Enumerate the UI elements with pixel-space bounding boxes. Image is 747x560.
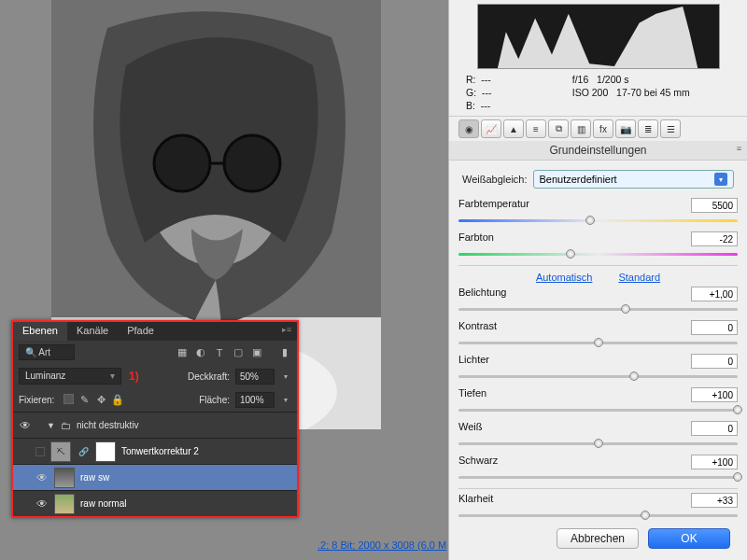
whites-label: Weiß — [458, 421, 482, 436]
fill-dropdown-icon[interactable]: ▾ — [280, 396, 291, 404]
shadows-slider[interactable] — [458, 404, 738, 415]
tab-channels[interactable]: Kanäle — [67, 322, 118, 341]
clarity-label: Klarheit — [458, 493, 493, 508]
camera-raw-panel: R: ---G: ---B: --- f/16 1/200 s ISO 200 … — [448, 0, 747, 560]
adjustment-thumb-icon: ⛏ — [50, 441, 71, 462]
svg-point-3 — [154, 135, 210, 191]
fill-label: Fläche: — [199, 395, 230, 405]
contrast-input[interactable] — [691, 320, 738, 335]
acr-tab-toolbar: ◉ 📈 ▲ ≡ ⧉ ▥ fx 📷 ≣ ☰ — [449, 117, 747, 141]
layer-name[interactable]: raw normal — [80, 498, 126, 509]
wb-select[interactable]: Benutzerdefiniert▾ — [533, 170, 735, 189]
layer-filter-select[interactable]: 🔍 Art — [19, 344, 75, 360]
tab-layers[interactable]: Ebenen — [13, 322, 67, 341]
exposure-label: Belichtung — [458, 287, 506, 301]
tab-fx-icon[interactable]: fx — [593, 119, 613, 138]
blend-mode-select[interactable]: Luminanz▾ — [19, 368, 121, 385]
visibility-eye-icon[interactable] — [35, 447, 45, 456]
clarity-input[interactable] — [691, 493, 738, 508]
highlights-input[interactable] — [691, 354, 738, 369]
shadows-label: Tiefen — [458, 387, 486, 402]
lock-all-icon[interactable]: 🔒 — [111, 394, 124, 407]
opacity-label: Deckkraft: — [188, 371, 230, 382]
filter-text-icon[interactable]: T — [213, 346, 226, 359]
tab-curve-icon[interactable]: 📈 — [481, 119, 501, 138]
visibility-eye-icon[interactable]: 👁 — [35, 471, 49, 484]
whites-slider[interactable] — [458, 438, 738, 449]
section-title: Grundeinstellungen — [449, 141, 747, 161]
chevron-down-icon: ▾ — [714, 173, 727, 186]
highlights-slider[interactable] — [458, 371, 738, 382]
tab-lens-icon[interactable]: ▥ — [571, 119, 591, 138]
rgb-readout: R: ---G: ---B: --- — [466, 73, 565, 112]
exposure-input[interactable] — [691, 287, 738, 301]
svg-point-4 — [224, 135, 280, 191]
filter-shape-icon[interactable]: ▢ — [232, 346, 245, 359]
whites-input[interactable] — [691, 421, 738, 436]
tab-presets-icon[interactable]: ≣ — [638, 119, 658, 138]
tab-basic-icon[interactable]: ◉ — [458, 119, 479, 138]
exposure-slider[interactable] — [458, 303, 738, 315]
filter-smart-icon[interactable]: ▣ — [250, 346, 263, 359]
layer-name[interactable]: Tonwertkorrektur 2 — [121, 446, 199, 456]
layer-thumb — [54, 468, 75, 488]
folder-icon: 🗀 — [61, 420, 71, 431]
tab-detail-icon[interactable]: ▲ — [503, 119, 524, 138]
auto-link[interactable]: Automatisch — [536, 272, 593, 283]
cancel-button[interactable]: Abbrechen — [557, 528, 639, 549]
lock-transparency-icon[interactable] — [63, 394, 74, 404]
temp-slider[interactable] — [458, 215, 738, 226]
blacks-label: Schwarz — [458, 455, 498, 469]
group-name: nicht destruktiv — [77, 420, 139, 430]
opacity-dropdown-icon[interactable]: ▾ — [280, 372, 291, 381]
filter-adjust-icon[interactable]: ◐ — [194, 346, 207, 359]
tint-input[interactable] — [691, 231, 738, 246]
tint-label: Farbton — [458, 231, 494, 246]
document-info-link[interactable]: .2; 8 Bit; 2000 x 3008 (6,0 M — [317, 539, 446, 551]
blacks-input[interactable] — [691, 455, 738, 469]
lock-move-icon[interactable]: ✥ — [94, 394, 107, 407]
contrast-label: Kontrast — [458, 320, 497, 335]
tab-split-icon[interactable]: ⧉ — [548, 119, 569, 138]
mask-thumb[interactable] — [95, 441, 116, 462]
histogram — [477, 4, 720, 69]
temp-label: Farbtemperatur — [458, 198, 529, 213]
link-icon[interactable]: 🔗 — [77, 445, 90, 458]
lock-label: Fixieren: — [19, 395, 54, 405]
tab-camera-icon[interactable]: 📷 — [615, 119, 636, 138]
ok-button[interactable]: OK — [648, 528, 730, 549]
tab-snapshots-icon[interactable]: ☰ — [660, 119, 681, 138]
layers-panel: Ebenen Kanäle Pfade ▸≡ 🔍 Art ▦ ◐ T ▢ ▣ ▮… — [11, 320, 299, 518]
opacity-input[interactable] — [235, 369, 275, 385]
layer-row-image[interactable]: 👁 raw sw — [13, 464, 297, 490]
layer-row-image[interactable]: 👁 raw normal — [13, 490, 297, 516]
default-link[interactable]: Standard — [618, 272, 660, 283]
annotation-marker: 1) — [129, 370, 139, 383]
panel-menu-icon[interactable]: ▸≡ — [276, 322, 297, 341]
highlights-label: Lichter — [458, 354, 489, 369]
group-collapse-icon[interactable]: ▼ — [47, 421, 55, 430]
contrast-slider[interactable] — [458, 337, 738, 348]
blacks-slider[interactable] — [458, 471, 738, 483]
temp-input[interactable] — [691, 198, 738, 213]
layer-name[interactable]: raw sw — [80, 472, 109, 483]
visibility-eye-icon[interactable]: 👁 — [35, 497, 49, 511]
wb-label: Weißabgleich: — [462, 174, 528, 185]
visibility-eye-icon[interactable]: 👁 — [19, 419, 32, 432]
layer-thumb — [54, 494, 75, 514]
tab-paths[interactable]: Pfade — [118, 322, 163, 341]
shadows-input[interactable] — [691, 387, 738, 402]
filter-image-icon[interactable]: ▦ — [176, 346, 189, 359]
clarity-slider[interactable] — [458, 510, 738, 521]
filter-toggle-icon[interactable]: ▮ — [278, 346, 291, 359]
lock-brush-icon[interactable]: ✎ — [78, 394, 91, 407]
layer-row-adjustment[interactable]: ⛏ 🔗 Tonwertkorrektur 2 — [13, 438, 297, 464]
fill-input[interactable] — [235, 392, 275, 408]
tint-slider[interactable] — [458, 248, 738, 259]
tab-hsl-icon[interactable]: ≡ — [526, 119, 546, 138]
layer-group-row[interactable]: 👁 ▼ 🗀 nicht destruktiv — [13, 412, 297, 438]
exif-readout: f/16 1/200 s ISO 200 17-70 bei 45 mm — [572, 73, 730, 112]
